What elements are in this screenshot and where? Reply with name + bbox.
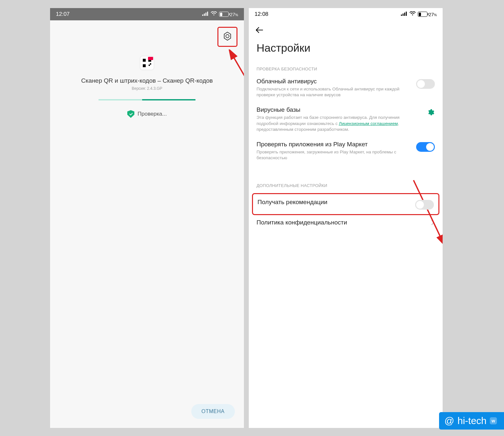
setting-title: Политика конфиденциальности: [257, 219, 426, 226]
settings-button-highlight: [217, 27, 237, 47]
scan-status-text: Проверка...: [138, 111, 167, 117]
battery-indicator: 27%: [418, 12, 437, 17]
watermark-badge: w: [490, 417, 497, 424]
toggle-cloud-antivirus[interactable]: [416, 79, 435, 89]
gear-icon[interactable]: [426, 108, 435, 117]
cancel-button[interactable]: ОТМЕНА: [191, 404, 235, 419]
svg-rect-1: [204, 14, 205, 16]
svg-rect-11: [406, 12, 407, 16]
setting-desc: Подключаться к сети и использовать Облач…: [257, 86, 411, 98]
section-header-additional: ДОПОЛНИТЕЛЬНЫЕ НАСТРОЙКИ: [249, 179, 443, 191]
signal-icon: [401, 11, 407, 17]
watermark-text: hi-tech: [457, 415, 487, 426]
toggle-recommendations[interactable]: [415, 200, 434, 210]
status-right: 27%: [202, 11, 238, 17]
battery-unit: %: [235, 13, 238, 17]
phone-screen-scanner: 12:07 27%: [50, 8, 244, 428]
toggle-play-check[interactable]: [416, 142, 435, 152]
phone-screen-settings: 12:08 27%: [249, 8, 443, 428]
svg-rect-0: [202, 15, 203, 16]
setting-title: Облачный антивирус: [257, 78, 411, 85]
app-version: Версия: 2.4.3.GP: [132, 86, 163, 91]
svg-rect-2: [205, 13, 206, 16]
svg-point-12: [412, 14, 413, 15]
setting-recommendations-highlight: Получать рекомендации: [252, 193, 439, 215]
status-bar: 12:08 27%: [249, 8, 443, 20]
status-time: 12:08: [255, 11, 268, 17]
settings-icon[interactable]: [223, 31, 232, 42]
svg-rect-9: [403, 14, 404, 16]
license-link[interactable]: Лицензионным соглашением: [339, 121, 398, 126]
signal-icon: [202, 11, 209, 17]
watermark: @ hi-tech w: [439, 412, 504, 430]
setting-cloud-antivirus[interactable]: Облачный антивирус Подключаться к сети и…: [249, 74, 443, 102]
scan-progress: [99, 99, 195, 100]
svg-point-4: [214, 14, 215, 15]
setting-recommendations[interactable]: Получать рекомендации: [253, 194, 438, 214]
svg-point-6: [226, 35, 229, 38]
setting-desc: Проверять приложения, загруженные из Pla…: [257, 149, 411, 161]
app-icon: [140, 56, 154, 70]
battery-percent: 27: [428, 12, 434, 17]
back-button[interactable]: [255, 29, 264, 34]
svg-rect-3: [207, 12, 208, 16]
setting-privacy-policy[interactable]: Политика конфиденциальности: [249, 215, 443, 232]
app-scan-panel: Сканер QR и штрих-кодов – Сканер QR-кодо…: [50, 56, 244, 118]
chevron-right-icon: [431, 220, 435, 227]
app-icon-badge: [148, 57, 153, 60]
setting-title: Вирусные базы: [257, 106, 421, 113]
section-header-security: ПРОВЕРКА БЕЗОПАСНОСТИ: [249, 62, 443, 74]
svg-rect-10: [404, 13, 405, 16]
setting-title: Проверять приложения из Play Маркет: [257, 141, 411, 148]
app-title: Сканер QR и штрих-кодов – Сканер QR-кодо…: [81, 77, 213, 84]
setting-title: Получать рекомендации: [257, 199, 410, 206]
scan-status: Проверка...: [127, 110, 167, 118]
battery-percent: 27: [230, 12, 235, 17]
shield-icon: [127, 110, 134, 118]
wifi-icon: [409, 11, 416, 17]
setting-virus-db[interactable]: Вирусные базы Эта функция работает на ба…: [249, 102, 443, 137]
status-bar: 12:07 27%: [50, 8, 244, 20]
status-time: 12:07: [56, 11, 70, 17]
battery-unit: %: [434, 13, 437, 17]
svg-rect-8: [401, 15, 402, 16]
page-title: Настройки: [249, 38, 443, 62]
svg-marker-5: [224, 32, 231, 40]
setting-desc: Эта функция работает на базе стороннего …: [257, 115, 421, 132]
watermark-at: @: [444, 415, 454, 426]
status-right: 27%: [401, 11, 437, 17]
setting-play-check[interactable]: Проверять приложения из Play Маркет Пров…: [249, 137, 443, 165]
wifi-icon: [211, 11, 217, 17]
battery-indicator: 27%: [219, 12, 238, 17]
